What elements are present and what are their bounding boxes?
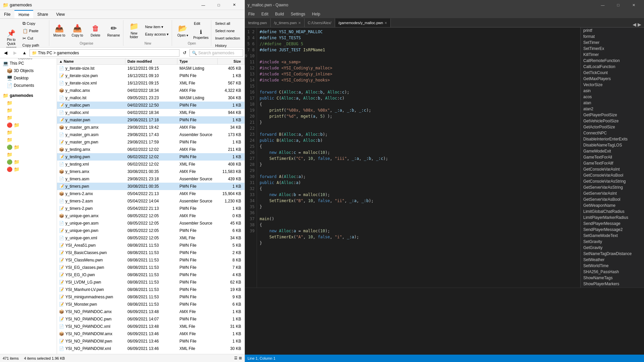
autocomplete-item[interactable]: asin	[581, 88, 644, 94]
select-all-button[interactable]: Select all	[214, 20, 242, 27]
autocomplete-item[interactable]: KillTimer	[581, 52, 644, 58]
editor-tab-1[interactable]: /y_timers.pwn ✕	[271, 18, 305, 27]
autocomplete-item[interactable]: SetGameModeText	[581, 233, 644, 239]
open-button[interactable]: 📂 Open ▾	[174, 20, 192, 41]
table-row[interactable]: 📄 y_malloc.lst 09/05/2021 23:23 MASM Lis…	[57, 94, 245, 102]
autocomplete-item[interactable]: GetConsoleVarAsBool	[581, 172, 644, 178]
menu-file[interactable]: File	[245, 10, 258, 18]
autocomplete-item[interactable]: format	[581, 34, 644, 40]
autocomplete-item[interactable]: CallLocalFunction	[581, 64, 644, 70]
grid-view-icon[interactable]: ⊞	[239, 356, 242, 360]
sidebar-sub-9[interactable]: 🟢📁	[4, 158, 57, 166]
table-row[interactable]: 📝 YSI_NO_PAWNDOW.pwn 06/09/2021 13:46 PW…	[57, 338, 245, 345]
table-row[interactable]: 📄 y_master_gm.asm 29/08/2021 17:43 Assem…	[57, 131, 245, 138]
table-row[interactable]: 📦 YSI_NO_PAWNDOC.amx 06/09/2021 13:48 AM…	[57, 308, 245, 315]
table-row[interactable]: 📝 YSI_NO_PAWNDOC.pwn 06/09/2021 14:07 PW…	[57, 315, 245, 323]
sidebar-sub-8[interactable]: 📁	[4, 151, 57, 158]
table-row[interactable]: 📝 y_timers-2.pwn 05/04/2022 21:13 PWN Fi…	[57, 205, 245, 212]
autocomplete-item[interactable]: SetTimer	[581, 40, 644, 46]
autocomplete-item[interactable]: LimitPlayerMarkerRadius	[581, 215, 644, 221]
table-row[interactable]: 📝 YSI_minigunmadness.pwn 08/08/2021 11:5…	[57, 293, 245, 301]
table-row[interactable]: 📄 y_malloc.xml 04/02/2022 18:34 XML File…	[57, 109, 245, 116]
move-button[interactable]: 📤 Move to	[51, 20, 68, 41]
table-row[interactable]: 📄 y_unique-gen.xml 08/05/2022 12:05 XML …	[57, 234, 245, 242]
editor-tab-3[interactable]: /gamemodes/y_malloc.pwn ✕	[335, 18, 391, 27]
cut-button[interactable]: ✂ Cut	[21, 35, 48, 42]
sidebar-sub-7[interactable]: 🟢📁	[4, 143, 57, 151]
autocomplete-item[interactable]: GetMaxPlayers	[581, 76, 644, 82]
sidebar-item-documents[interactable]: 📄 Documents	[0, 82, 57, 89]
table-row[interactable]: 📝 y_unique-gen.pwn 08/05/2022 12:05 PWN …	[57, 227, 245, 234]
sidebar-item-3dobjects[interactable]: 📦 3D Objects	[0, 67, 57, 74]
tab-home[interactable]: Home	[14, 10, 33, 18]
editor-close-button[interactable]: ✕	[626, 0, 641, 10]
autocomplete-item[interactable]: SetNameTagDrawDistance	[581, 251, 644, 257]
sidebar-sub-6[interactable]: 📁	[4, 136, 57, 143]
table-row[interactable]: 📄 y_testing.xml 06/02/2022 12:02 XML Fil…	[57, 161, 245, 168]
autocomplete-item[interactable]: GetWeaponName	[581, 202, 644, 208]
sidebar-sub-4[interactable]: 🔴📁	[4, 121, 57, 129]
sidebar-sub-10[interactable]: 🔴📁	[4, 166, 57, 173]
autocomplete-item[interactable]: GetTickCount	[581, 70, 644, 76]
table-row[interactable]: 📄 y_iterate-size.lst 16/12/2021 09:15 MA…	[57, 65, 245, 72]
autocomplete-item[interactable]: GetGravity	[581, 245, 644, 251]
autocomplete-item[interactable]: GetActorPoolSize	[581, 124, 644, 130]
autocomplete-item[interactable]: ShowNameTags	[581, 275, 644, 281]
maximize-button[interactable]: □	[211, 0, 226, 10]
editor-content[interactable]: 1 2 3 4 5 6 7 8 9 10 11 12 13 14 15 16 1…	[245, 27, 580, 288]
table-row[interactable]: 📄 y_iterate-size.xml 16/12/2021 09:15 XM…	[57, 79, 245, 87]
table-row[interactable]: 📝 YSI_LVDM_LG.pwn 08/08/2021 11:53 PWN F…	[57, 279, 245, 286]
autocomplete-item[interactable]: acos	[581, 94, 644, 100]
table-row[interactable]: 📦 y_timers-2.amx 05/04/2022 21:13 AMX Fi…	[57, 190, 245, 197]
autocomplete-item[interactable]: GetVehiclePoolSize	[581, 118, 644, 124]
back-button[interactable]: ◀	[1, 49, 10, 57]
properties-button[interactable]: ℹ Properties	[192, 27, 210, 41]
table-row[interactable]: 📝 y_master_gm.pwn 29/08/2021 17:59 PWN F…	[57, 138, 245, 146]
pin-button[interactable]: 📌 Pin to Quick access	[3, 27, 20, 48]
table-row[interactable]: 📄 YSI_NO_PAWNDOW.xml 06/09/2021 13:46 XM…	[57, 345, 245, 352]
table-row[interactable]: 📝 YSI_EG_IO.pwn 08/08/2021 11:53 PWN Fil…	[57, 271, 245, 279]
autocomplete-item[interactable]: SetWorldTime	[581, 263, 644, 269]
invert-selection-button[interactable]: Invert selection	[214, 35, 242, 42]
table-row[interactable]: 📝 YSI_Manhunt-LV.pwn 08/08/2021 11:53 PW…	[57, 286, 245, 293]
tab-share[interactable]: Share	[33, 10, 52, 18]
table-row[interactable]: 📝 YSI_EG_classes.pwn 08/08/2021 11:53 PW…	[57, 264, 245, 271]
autocomplete-item[interactable]: GetServerVarAsString	[581, 184, 644, 190]
table-row[interactable]: 📝 YSI_Area51.pwn 08/08/2021 11:53 PWN Fi…	[57, 242, 245, 249]
editor-tab-2[interactable]: C:/Users/Alex/	[305, 18, 335, 27]
autocomplete-item[interactable]: SetTimerEx	[581, 46, 644, 52]
search-box[interactable]: 🔍 Search gamemodes	[190, 49, 243, 57]
table-row[interactable]: 📝 y_malloc.pwn 04/02/2022 12:50 PWN File…	[57, 102, 245, 109]
sidebar-item-gamemodes[interactable]: 📁 gamemodes	[0, 92, 57, 99]
autocomplete-item[interactable]: ShowPlayerMarkers	[581, 281, 644, 287]
table-row[interactable]: 📦 y_master_gm.amx 29/08/2021 19:42 AMX F…	[57, 124, 245, 131]
autocomplete-item[interactable]: GetConsoleVarAsString	[581, 178, 644, 184]
sidebar-item-thispc[interactable]: 💻 This PC	[0, 60, 57, 67]
edit-button[interactable]: Edit	[192, 20, 210, 27]
autocomplete-item[interactable]: SetGravity	[581, 239, 644, 245]
table-row[interactable]: 📦 y_malloc.amx 04/02/2022 18:34 AMX File…	[57, 87, 245, 94]
autocomplete-item[interactable]: GameModeExit	[581, 148, 644, 154]
autocomplete-item[interactable]: SetWeather	[581, 257, 644, 263]
table-row[interactable]: 📄 y_timers.asm 29/08/2021 23:18 Assemble…	[57, 175, 245, 183]
autocomplete-item[interactable]: GameTextForAllf	[581, 160, 644, 166]
menu-help[interactable]: Help	[309, 10, 324, 18]
tab-file[interactable]: File	[0, 10, 14, 18]
autocomplete-item[interactable]: SendPlayerMessage2	[581, 227, 644, 233]
table-row[interactable]: 📦 YSI_NO_PAWNDOW.amx 06/09/2021 13:46 AM…	[57, 330, 245, 338]
table-row[interactable]: 📝 YSI_ClassMenu.pwn 08/08/2021 11:53 PWN…	[57, 256, 245, 264]
copy-button[interactable]: ⧉ Copy	[21, 20, 48, 27]
address-path[interactable]: 📁 This PC > gamemodes	[30, 49, 179, 57]
autocomplete-item[interactable]: DisableNameTagLOS	[581, 142, 644, 148]
rename-button[interactable]: ✏ Rename	[105, 20, 122, 41]
menu-edit[interactable]: Edit	[258, 10, 272, 18]
col-header-name[interactable]: ▲ Name	[57, 58, 125, 64]
autocomplete-item[interactable]: GameTextForAll	[581, 154, 644, 160]
autocomplete-item[interactable]: GetServerVarAsBool	[581, 196, 644, 202]
tab-close-1[interactable]: ✕	[298, 21, 301, 25]
menu-build[interactable]: Build	[272, 10, 287, 18]
code-area[interactable]: #define YSI_NO_HEAP_MALLOC #define YSI_T…	[257, 27, 580, 288]
new-item-button[interactable]: New item ▾	[143, 23, 170, 30]
table-row[interactable]: 📝 YSI_Monster.pwn 08/08/2021 11:53 PWN F…	[57, 301, 245, 308]
autocomplete-item[interactable]: DisableInteriorEnterExits	[581, 136, 644, 142]
